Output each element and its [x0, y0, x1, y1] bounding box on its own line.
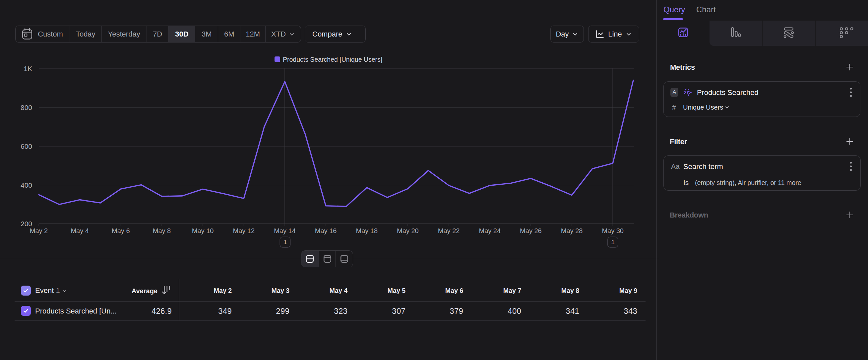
svg-text:May 12: May 12 [233, 227, 255, 234]
svg-text:600: 600 [21, 142, 32, 150]
svg-text:400: 400 [21, 181, 32, 189]
svg-text:May 28: May 28 [561, 227, 583, 234]
svg-text:1K: 1K [24, 65, 32, 73]
svg-text:800: 800 [21, 104, 32, 111]
svg-text:1: 1 [611, 239, 615, 246]
svg-text:200: 200 [21, 220, 32, 227]
svg-text:May 22: May 22 [438, 227, 460, 234]
svg-text:May 24: May 24 [479, 227, 501, 234]
svg-text:1: 1 [283, 239, 287, 246]
svg-text:May 26: May 26 [520, 227, 542, 234]
svg-text:May 16: May 16 [315, 227, 337, 234]
svg-text:May 2: May 2 [30, 227, 48, 234]
svg-text:May 18: May 18 [356, 227, 378, 234]
svg-text:May 20: May 20 [397, 227, 419, 234]
svg-text:May 4: May 4 [71, 227, 89, 234]
svg-text:May 30: May 30 [602, 227, 624, 234]
svg-text:May 14: May 14 [274, 227, 296, 234]
svg-text:May 10: May 10 [192, 227, 214, 234]
svg-text:May 6: May 6 [112, 227, 130, 234]
svg-text:May 8: May 8 [153, 227, 171, 234]
